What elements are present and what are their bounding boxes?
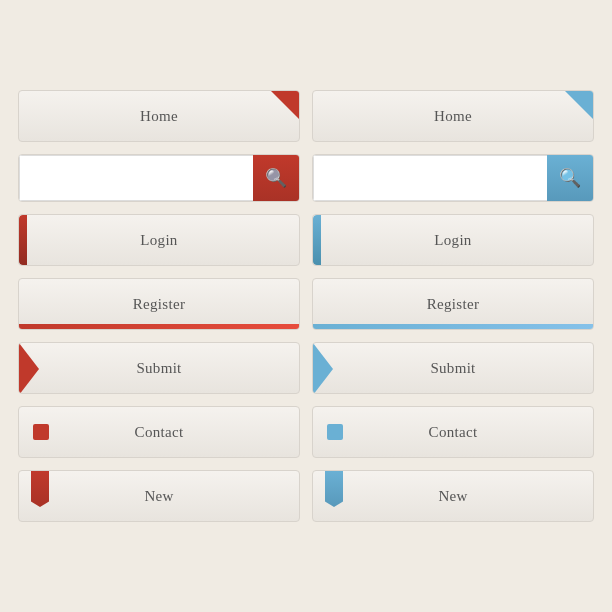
contact-button-red[interactable]: Contact [18, 406, 300, 458]
contact-label-blue: Contact [429, 424, 478, 441]
contact-label-red: Contact [135, 424, 184, 441]
search-bar-red: 🔍 [18, 154, 300, 202]
contact-button-blue[interactable]: Contact [312, 406, 594, 458]
login-label-blue: Login [434, 232, 471, 249]
square-icon-blue [327, 424, 343, 440]
bottom-bar-blue [313, 324, 593, 329]
bottom-bar-red [19, 324, 299, 329]
bookmark-icon-blue [325, 471, 343, 507]
new-button-blue[interactable]: New [312, 470, 594, 522]
square-icon-red [33, 424, 49, 440]
new-button-red[interactable]: New [18, 470, 300, 522]
home-label-blue: Home [434, 108, 472, 125]
register-label-red: Register [133, 296, 185, 313]
corner-triangle-red [271, 91, 299, 119]
submit-label-red: Submit [136, 360, 181, 377]
new-label-red: New [144, 488, 173, 505]
submit-label-blue: Submit [430, 360, 475, 377]
search-icon-blue: 🔍 [559, 167, 581, 189]
search-bar-blue: 🔍 [312, 154, 594, 202]
search-icon-red: 🔍 [265, 167, 287, 189]
home-label-red: Home [140, 108, 178, 125]
main-grid: Home Home 🔍 🔍 Login Login Register [0, 72, 612, 540]
search-input-red[interactable] [19, 155, 253, 201]
left-bar-red [19, 215, 27, 265]
login-label-red: Login [140, 232, 177, 249]
login-button-blue[interactable]: Login [312, 214, 594, 266]
submit-button-blue[interactable]: Submit [312, 342, 594, 394]
bookmark-icon-red [31, 471, 49, 507]
home-button-red[interactable]: Home [18, 90, 300, 142]
submit-button-red[interactable]: Submit [18, 342, 300, 394]
register-label-blue: Register [427, 296, 479, 313]
register-button-red[interactable]: Register [18, 278, 300, 330]
arrow-icon-blue [313, 343, 333, 394]
left-bar-blue [313, 215, 321, 265]
search-button-blue[interactable]: 🔍 [547, 155, 593, 201]
home-button-blue[interactable]: Home [312, 90, 594, 142]
register-button-blue[interactable]: Register [312, 278, 594, 330]
corner-fold-red [271, 91, 299, 119]
new-label-blue: New [438, 488, 467, 505]
search-input-blue[interactable] [313, 155, 547, 201]
corner-fold-blue [565, 91, 593, 119]
login-button-red[interactable]: Login [18, 214, 300, 266]
corner-triangle-blue [565, 91, 593, 119]
arrow-icon-red [19, 343, 39, 394]
search-button-red[interactable]: 🔍 [253, 155, 299, 201]
